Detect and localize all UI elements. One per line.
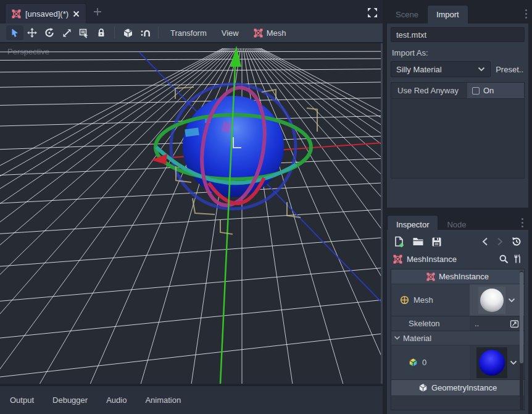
snap-tool-button[interactable] xyxy=(136,25,154,40)
skeleton-path-value[interactable]: .. xyxy=(475,319,479,328)
audio-button[interactable]: Audio xyxy=(106,395,127,405)
animation-button[interactable]: Animation xyxy=(145,395,181,405)
tab-import[interactable]: Import xyxy=(427,5,468,23)
grid xyxy=(0,43,383,384)
toolbar-separator xyxy=(158,27,159,39)
bottom-panel-bar: Output Debugger Audio Animation xyxy=(0,385,383,414)
cube-icon xyxy=(123,28,133,38)
snap-icon xyxy=(140,28,151,38)
multimesh-icon xyxy=(409,358,418,367)
property-label: Mesh xyxy=(414,295,433,305)
geometry-cube-icon xyxy=(418,383,428,392)
plus-icon xyxy=(93,7,102,16)
move-tool-button[interactable] xyxy=(23,25,41,40)
3d-viewport[interactable]: Perspective xyxy=(0,43,383,384)
load-folder-icon[interactable] xyxy=(412,237,424,247)
editor-right-region: Scene Import test.mtxt Import As: Silly … xyxy=(387,0,532,414)
new-tab-button[interactable] xyxy=(91,6,104,18)
checkbox-unchecked-icon[interactable] xyxy=(472,87,480,95)
scrollbar-thumb[interactable] xyxy=(520,272,523,363)
inspector-dock: MeshInstance MeshInstance Mesh xyxy=(387,230,528,414)
scene-tab-unsaved[interactable]: [unsaved](*) xyxy=(5,3,86,23)
import-dock: test.mtxt Import As: Silly Material Pres… xyxy=(387,23,528,208)
import-options-panel: Use Red Anyway On xyxy=(391,82,525,179)
editor-left-region: [unsaved](*) xyxy=(0,0,383,414)
history-back-icon[interactable] xyxy=(481,237,489,246)
scale-tool-button[interactable] xyxy=(58,25,75,40)
expand-viewport-button[interactable] xyxy=(367,7,378,18)
mesh-menu[interactable]: Mesh xyxy=(246,25,294,40)
import-filename-field[interactable]: test.mtxt xyxy=(391,27,525,42)
mesh-instance-icon xyxy=(426,272,435,281)
expand-icon xyxy=(367,7,378,18)
rotate-tool-button[interactable] xyxy=(41,25,58,40)
perspective-label[interactable]: Perspective xyxy=(7,47,49,56)
category-geometryinstance: GeometryInstance xyxy=(391,380,524,396)
list-select-tool-button[interactable] xyxy=(75,25,93,40)
new-resource-icon[interactable] xyxy=(393,236,405,248)
chevron-down-icon[interactable] xyxy=(508,298,515,303)
viewport-canvas[interactable] xyxy=(0,43,383,384)
category-meshinstance: MeshInstance xyxy=(391,269,524,284)
material-resource-picker[interactable] xyxy=(470,345,524,379)
scene-tab-label: [unsaved](*) xyxy=(25,9,69,19)
chevron-down-icon[interactable] xyxy=(510,360,517,365)
move-icon xyxy=(27,27,38,38)
preset-button[interactable]: Preset.. xyxy=(496,65,525,74)
inspected-object-name: MeshInstance xyxy=(407,255,494,264)
tab-scene[interactable]: Scene xyxy=(387,5,427,23)
property-row-mesh: Mesh xyxy=(391,284,524,316)
debugger-button[interactable]: Debugger xyxy=(52,395,88,405)
option-value-toggle[interactable]: On xyxy=(467,83,524,98)
inspector-properties-panel: MeshInstance Mesh Skeleton xyxy=(391,269,525,410)
material-preview-thumbnail[interactable] xyxy=(476,347,507,378)
mesh-icon xyxy=(254,28,263,38)
collapse-chevron-icon xyxy=(394,336,401,340)
save-icon[interactable] xyxy=(431,237,442,247)
property-label: 0 xyxy=(422,358,426,367)
group-tool-button[interactable] xyxy=(119,25,136,40)
output-button[interactable]: Output xyxy=(10,395,34,405)
list-select-icon xyxy=(78,27,89,38)
option-name: Use Red Anyway xyxy=(391,83,467,98)
property-row-skeleton: Skeleton .. xyxy=(391,316,524,331)
mesh-resource-picker[interactable] xyxy=(470,284,524,316)
scene-tab-bar: [unsaved](*) xyxy=(0,0,383,23)
spatial-toolbar: Transform View Mesh xyxy=(0,23,383,43)
search-icon[interactable] xyxy=(499,254,509,264)
dock-menu-icon[interactable] xyxy=(518,216,526,229)
object-history-icon[interactable] xyxy=(511,236,522,247)
mesh-preview-thumbnail[interactable] xyxy=(478,287,505,314)
view-menu[interactable]: View xyxy=(214,25,246,40)
dock-menu-icon[interactable] xyxy=(522,7,530,20)
lock-icon xyxy=(96,28,106,38)
lock-tool-button[interactable] xyxy=(93,25,110,40)
select-tool-button[interactable] xyxy=(6,25,23,40)
property-row-material-0: 0 xyxy=(391,345,524,380)
object-tools-icon[interactable] xyxy=(513,254,522,264)
mesh-resource-icon xyxy=(400,295,409,305)
y-axis-arrow[interactable] xyxy=(230,46,241,67)
inspector-toolbar xyxy=(391,233,525,250)
select-cursor-icon xyxy=(10,28,20,38)
toolbar-separator xyxy=(114,27,115,39)
mesh-instance-icon xyxy=(12,9,21,19)
import-type-select[interactable]: Silly Material xyxy=(391,61,491,77)
node-path-picker-icon[interactable] xyxy=(510,319,519,328)
scene-import-tab-bar: Scene Import xyxy=(387,4,532,23)
import-as-label: Import As: xyxy=(392,48,523,57)
close-icon[interactable] xyxy=(73,11,80,17)
chevron-down-icon xyxy=(478,67,485,72)
rotate-icon xyxy=(44,27,55,38)
group-material[interactable]: Material xyxy=(391,331,524,345)
mesh-instance-icon xyxy=(393,255,402,264)
scale-icon xyxy=(62,28,72,38)
inspected-object-row: MeshInstance xyxy=(391,250,525,268)
import-option-row: Use Red Anyway On xyxy=(391,83,524,99)
transform-menu[interactable]: Transform xyxy=(163,25,214,40)
history-forward-icon[interactable] xyxy=(496,237,504,246)
property-label: Skeleton xyxy=(409,319,440,328)
